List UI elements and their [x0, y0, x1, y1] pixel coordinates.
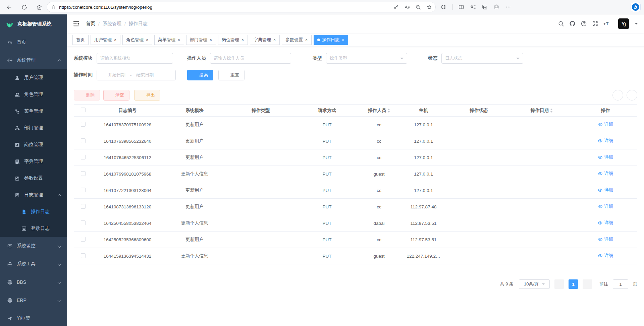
sidebar-item-erp[interactable]: ERP	[0, 291, 67, 309]
page-size-select[interactable]: 10条/页	[519, 279, 550, 289]
fullscreen-icon[interactable]	[592, 20, 598, 27]
module-filter-input[interactable]: 请输入系统模块	[97, 53, 173, 64]
tab-operation-log[interactable]: 操作日志×	[314, 35, 348, 45]
tab-menu-management[interactable]: 菜单管理×	[154, 35, 184, 45]
more-icon[interactable]	[505, 4, 511, 10]
clear-button[interactable]: 清空	[103, 90, 129, 101]
next-page-button[interactable]	[583, 279, 592, 289]
detail-link[interactable]: 详细	[598, 171, 613, 177]
sidebar-collapse-icon[interactable]	[72, 20, 80, 27]
search-icon[interactable]	[558, 20, 564, 27]
sidebar-item-user-management[interactable]: 用户管理	[0, 69, 67, 86]
detail-link[interactable]: 详细	[598, 203, 613, 209]
row-checkbox[interactable]	[81, 253, 86, 258]
detail-link[interactable]: 详细	[598, 253, 613, 259]
sort-icon[interactable]	[387, 109, 390, 113]
url-text[interactable]: https://ccnetcore.com:1101/system/log/op…	[59, 5, 393, 10]
delete-button[interactable]: 删除	[74, 90, 100, 101]
row-checkbox[interactable]	[81, 122, 86, 127]
question-icon[interactable]	[581, 20, 587, 27]
address-bar[interactable]: https://ccnetcore.com:1101/system/log/op…	[47, 2, 436, 12]
close-icon[interactable]: ×	[273, 38, 276, 42]
row-checkbox[interactable]	[81, 188, 86, 192]
row-checkbox[interactable]	[81, 155, 86, 159]
detail-link[interactable]: 详细	[598, 154, 613, 160]
detail-link[interactable]: 详细	[598, 236, 613, 242]
collections-icon[interactable]	[482, 4, 488, 10]
back-icon[interactable]	[6, 4, 12, 10]
tab-dept-management[interactable]: 部门管理×	[186, 35, 216, 45]
sort-desc-icon[interactable]	[550, 111, 553, 113]
row-checkbox[interactable]	[81, 204, 86, 209]
sidebar-item-system-management[interactable]: 系统管理	[0, 51, 67, 69]
close-icon[interactable]: ×	[146, 38, 149, 42]
sidebar-item-bbs[interactable]: BBS	[0, 273, 67, 291]
font-size-icon[interactable]: TT	[603, 20, 610, 27]
close-icon[interactable]: ×	[114, 38, 117, 42]
key-icon[interactable]	[393, 4, 399, 10]
sort-icon[interactable]	[550, 109, 553, 113]
sidebar-item-system-monitor[interactable]: 系统监控	[0, 237, 67, 255]
status-filter-select[interactable]: 日志状态	[441, 53, 523, 64]
tab-role-management[interactable]: 角色管理×	[122, 35, 152, 45]
column-header[interactable]: 操作人员	[359, 105, 399, 117]
type-filter-select[interactable]: 操作类型	[326, 53, 407, 64]
sidebar-item-log-management[interactable]: 日志管理	[0, 187, 67, 203]
sidebar-item-dept-management[interactable]: 部门管理	[0, 120, 67, 136]
tab-user-management[interactable]: 用户管理×	[91, 35, 120, 45]
user-avatar[interactable]: Yj	[618, 18, 629, 29]
sidebar-logo[interactable]: 意框架管理系统	[0, 14, 67, 33]
profile-icon[interactable]	[493, 4, 499, 10]
sidebar-item-login-log[interactable]: 登录日志	[0, 220, 67, 237]
column-header[interactable]: 操作日期	[510, 105, 574, 117]
sidebar-item-system-tools[interactable]: 系统工具	[0, 255, 67, 273]
detail-link[interactable]: 详细	[598, 220, 613, 226]
close-icon[interactable]: ×	[177, 38, 180, 42]
tab-param-settings[interactable]: 参数设置×	[282, 35, 312, 45]
chevron-down-icon[interactable]	[635, 23, 638, 24]
close-icon[interactable]: ×	[341, 38, 344, 42]
sidebar-item-post-management[interactable]: 岗位管理	[0, 136, 67, 153]
tab-home[interactable]: 首页	[72, 35, 89, 45]
split-screen-icon[interactable]	[458, 4, 464, 10]
detail-link[interactable]: 详细	[598, 138, 613, 144]
export-button[interactable]: 导出	[134, 90, 160, 101]
sort-desc-icon[interactable]	[387, 111, 390, 113]
breadcrumb-item[interactable]: 首页	[86, 21, 95, 27]
search-button[interactable]: 搜索	[187, 70, 213, 80]
sidebar-item-role-management[interactable]: 角色管理	[0, 86, 67, 103]
refresh-icon[interactable]	[21, 4, 28, 10]
sidebar-item-menu-management[interactable]: 菜单管理	[0, 103, 67, 120]
favorites-bar-icon[interactable]	[470, 4, 476, 10]
detail-link[interactable]: 详细	[598, 121, 613, 127]
extensions-icon[interactable]	[440, 4, 446, 10]
sidebar-item-home[interactable]: 首页	[0, 33, 67, 51]
sort-asc-icon[interactable]	[550, 109, 553, 110]
sidebar-item-yi-framework[interactable]: Yi框架	[0, 309, 67, 326]
tab-post-management[interactable]: 岗位管理×	[218, 35, 248, 45]
home-icon[interactable]	[36, 4, 43, 10]
row-checkbox[interactable]	[81, 220, 86, 225]
select-all-checkbox[interactable]	[81, 108, 86, 112]
tab-dict-management[interactable]: 字典管理×	[250, 35, 280, 45]
operator-filter-input[interactable]: 请输入操作人员	[210, 53, 291, 64]
copilot-button[interactable]: b	[631, 2, 641, 12]
sidebar-item-operation-log[interactable]: 操作日志	[0, 203, 67, 220]
row-checkbox[interactable]	[81, 138, 86, 143]
date-range-picker[interactable]: 开始日期 - 结束日期	[97, 70, 176, 80]
prev-page-button[interactable]	[554, 279, 564, 289]
refresh-table-button[interactable]	[627, 90, 637, 101]
goto-page-input[interactable]	[613, 279, 628, 289]
reset-button[interactable]: 重置	[218, 70, 245, 80]
page-number-1[interactable]: 1	[569, 279, 578, 289]
close-icon[interactable]: ×	[305, 38, 308, 42]
detail-link[interactable]: 详细	[598, 187, 613, 193]
sidebar-item-dict-management[interactable]: 字典管理	[0, 153, 67, 170]
close-icon[interactable]: ×	[209, 38, 212, 42]
read-aloud-icon[interactable]	[404, 4, 410, 10]
close-icon[interactable]: ×	[241, 38, 244, 42]
row-checkbox[interactable]	[81, 171, 86, 176]
toggle-search-button[interactable]	[612, 90, 623, 101]
sidebar-item-param-settings[interactable]: 参数设置	[0, 170, 67, 187]
sort-asc-icon[interactable]	[387, 109, 390, 110]
